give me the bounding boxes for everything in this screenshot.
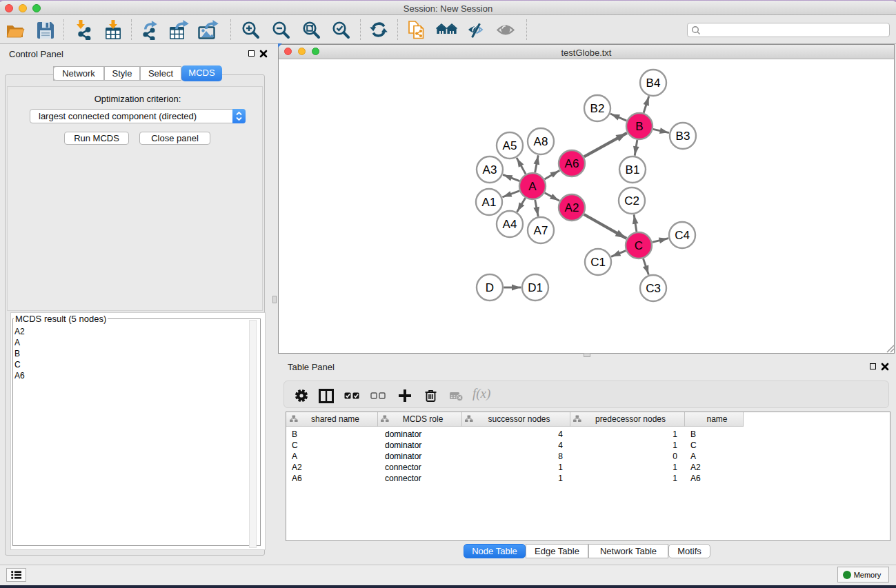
svg-text:D1: D1 [528, 281, 543, 294]
svg-text:A8: A8 [534, 135, 548, 148]
svg-text:B: B [635, 120, 643, 133]
svg-text:A: A [528, 180, 537, 193]
svg-text:A6: A6 [565, 157, 579, 170]
svg-text:C4: C4 [675, 229, 690, 242]
svg-text:C: C [635, 239, 643, 252]
svg-text:A5: A5 [503, 139, 517, 152]
svg-text:A2: A2 [565, 201, 579, 214]
svg-text:C3: C3 [646, 282, 661, 295]
svg-text:B1: B1 [626, 163, 640, 176]
svg-text:C2: C2 [624, 194, 639, 207]
svg-text:A1: A1 [482, 196, 497, 209]
svg-text:B4: B4 [646, 77, 661, 90]
svg-text:A7: A7 [534, 224, 548, 237]
svg-text:D: D [486, 281, 494, 294]
svg-text:A4: A4 [503, 218, 517, 231]
svg-text:C1: C1 [590, 256, 606, 269]
svg-text:A3: A3 [483, 163, 497, 176]
svg-text:B2: B2 [590, 102, 605, 115]
svg-text:B3: B3 [676, 130, 690, 143]
